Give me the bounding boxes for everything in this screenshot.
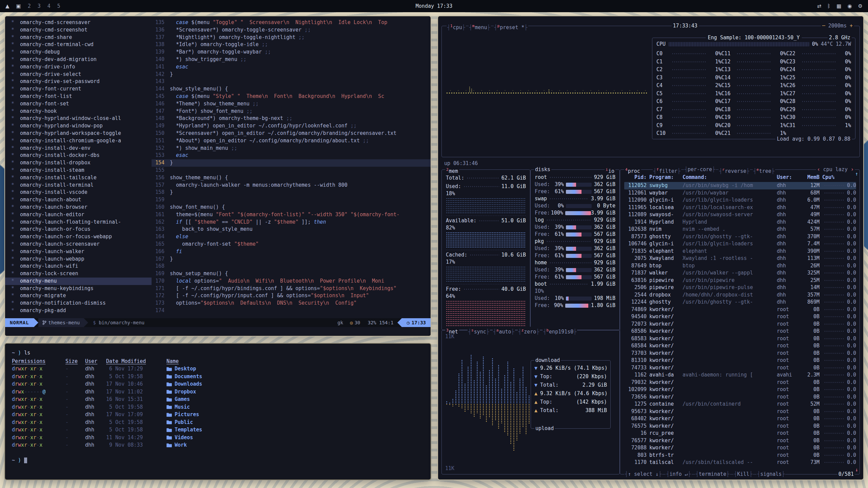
code-line[interactable]: 163 back_to show_style_menu [152, 226, 431, 233]
process-row[interactable]: 72073kworker/root0B0.0 [624, 321, 856, 328]
folder-name[interactable]: Dropbox [166, 388, 424, 396]
file-item[interactable]: *omarchy-install-steam [11, 167, 152, 174]
process-row[interactable]: 95673kworker/root0B0.0 [624, 408, 856, 415]
io-tab[interactable]: iio [605, 166, 615, 175]
code-line[interactable]: 139 *Bar*) omarchy-toggle-waybar ;; [152, 48, 431, 56]
code-line[interactable]: 143 [152, 78, 431, 85]
file-item[interactable]: *omarchy-drive-set-password [11, 78, 152, 85]
file-item[interactable]: *omarchy-launch-or-focus [11, 226, 152, 233]
file-item[interactable]: *omarchy-install-vscode [11, 189, 152, 196]
net-tab-sync[interactable]: ssync [468, 327, 490, 336]
process-row[interactable]: 87649btopbtopdhh26M0.0 [624, 262, 856, 270]
file-item[interactable]: *omarchy-install-dev-env [11, 145, 152, 152]
code-line[interactable]: 174 [152, 307, 431, 314]
proc-column-header[interactable]: MemB [800, 174, 820, 181]
process-row[interactable]: 87573ghostty/usr/bin/ghostty --gtk-dhh37… [624, 233, 856, 241]
file-item[interactable]: *omarchy-font-current [11, 85, 152, 93]
file-item[interactable]: *omarchy-install-docker-dbs [11, 152, 152, 159]
code-line[interactable]: 164 else [152, 233, 431, 241]
process-row[interactable]: 68584kworker/root0B0.0 [624, 342, 856, 350]
process-row[interactable]: 2075XwaylandXwayland :1 -rootless -dhh11… [624, 255, 856, 262]
file-item[interactable]: *omarchy-launch-floating-terminal- [11, 219, 152, 226]
code-line[interactable]: 160show_font_menu() { [152, 204, 431, 211]
process-row[interactable]: 68586kworker/root0B0.0 [624, 328, 856, 335]
code-line[interactable]: 147 *Font*) show_font_menu ;; [152, 108, 431, 115]
process-row[interactable]: 68402kworker/root0B0.0 [624, 415, 856, 423]
folder-name[interactable]: Templates [166, 426, 424, 434]
file-item[interactable]: *omarchy-cmd-share [11, 34, 152, 41]
proc-tab-reverse[interactable]: rreverse [718, 166, 750, 175]
file-item[interactable]: *omarchy-notification-dismiss [11, 300, 152, 307]
folder-name[interactable]: Public [166, 419, 424, 426]
file-item[interactable]: *omarchy-dev-add-migration [11, 56, 152, 63]
file-item[interactable]: *omarchy-launch-or-focus-webapp [11, 233, 152, 241]
code-line[interactable]: 168 [152, 263, 431, 270]
file-item[interactable]: *omarchy-cmd-screenshot [11, 26, 152, 34]
file-item[interactable]: *omarchy-font-list [11, 93, 152, 100]
process-row[interactable]: 112089swayosd-/usr/bin/swayosd-serverdhh… [624, 211, 856, 219]
process-row[interactable]: 16rcu_preeroot0B0.0 [624, 430, 856, 437]
workspace-button[interactable]: 5 [57, 3, 60, 9]
process-row[interactable]: 803btrfs-trroot0B0.0 [624, 452, 856, 459]
code-line[interactable]: 145 case $(menu "Style" " Theme\n Font\n… [152, 93, 431, 100]
folder-name[interactable]: Pictures [166, 411, 424, 419]
volume-icon[interactable]: ◉ [847, 3, 852, 9]
net-tab-auto[interactable]: aauto [493, 327, 515, 336]
tab-preset-[interactable]: ppreset * [494, 22, 528, 31]
code-line[interactable]: 157 omarchy-launch-walker -m menus:omarc… [152, 182, 431, 189]
file-item[interactable]: *omarchy-cmd-screensaver [11, 19, 152, 26]
code-line[interactable]: 146 *Theme*) show_theme_menu ;; [152, 100, 431, 108]
code-line[interactable]: 172 [ -f ~/.config/hypr/input.conf ] && … [152, 292, 431, 300]
net-tab-enp191s0[interactable]: benp191s0 [542, 327, 577, 336]
code-line[interactable]: 169show_setup_menu() { [152, 270, 431, 278]
file-item[interactable]: *omarchy-hyprland-window-close-all [11, 115, 152, 122]
bluetooth-icon[interactable]: ᛒ [827, 3, 830, 9]
code-line[interactable]: 159 [152, 196, 431, 204]
terminal-window[interactable]: ~ ) ls PermissionsSizeUserDate ModifiedN… [4, 343, 431, 480]
process-row[interactable]: 102638nvimnvim --embed .dhh57M0.0 [624, 226, 856, 233]
folder-name[interactable]: Music [166, 403, 424, 411]
file-item[interactable]: *omarchy-launch-editor [11, 211, 152, 219]
tab-cpu[interactable]: 1cpu [447, 22, 466, 31]
file-item[interactable]: *omarchy-install-chromium-google-a [11, 137, 152, 145]
proc-action-terminate[interactable]: terminate [695, 471, 730, 478]
process-row[interactable]: 2544dropbox/home/dhh/.dropbox-distdhh357… [624, 291, 856, 299]
file-item[interactable]: *omarchy-migrate [11, 292, 152, 300]
folder-name[interactable]: Work [166, 441, 424, 449]
app-grid-icon[interactable]: ▣ [16, 3, 21, 9]
folder-name[interactable]: Videos [166, 434, 424, 442]
code-line[interactable]: 158} [152, 189, 431, 196]
code-line[interactable]: 154} [152, 159, 431, 167]
code-line[interactable]: 140 *) show_trigger_menu ;; [152, 56, 431, 63]
keyboard-icon[interactable]: ▦ [836, 3, 841, 9]
code-line[interactable]: 166 fi [152, 248, 431, 256]
editor-window[interactable]: *omarchy-cmd-screensaver*omarchy-cmd-scr… [4, 16, 431, 337]
workspace-button[interactable]: 4 [47, 3, 51, 9]
code-line[interactable]: 161 theme=$(menu "Font" "$(omarchy-font-… [152, 211, 431, 219]
file-item[interactable]: *omarchy-launch-walker [11, 248, 152, 256]
file-item[interactable]: *omarchy-lock-screen [11, 270, 152, 278]
btop-window[interactable]: 1cpummenuppreset * 17:33:43 ─ 2000ms + E… [437, 16, 864, 480]
proc-sort-mode[interactable]: ‹ cpu lazy › [816, 166, 855, 173]
code-line[interactable]: 148 *Background*) omarchy-theme-bg-next … [152, 115, 431, 122]
code-line[interactable]: 153 esac [152, 152, 431, 159]
mem-box-title[interactable]: 2mem [445, 166, 459, 175]
process-row[interactable]: 112090glycin-i/usr/lib/glycin-loadersdhh… [624, 197, 856, 204]
proc-box-title[interactable]: 4proc [624, 166, 641, 175]
process-row[interactable]: 94540kworker/root0B0.0 [624, 313, 856, 321]
process-row[interactable]: 63816pipewire/usr/bin/pipewiredhh25M0.0 [624, 277, 856, 284]
screen-share-icon[interactable]: ⇄ [817, 3, 822, 9]
net-tab-zero[interactable]: zzero [518, 327, 540, 336]
process-row[interactable]: 112061waybar/usr/bin/waybardhh68M0.0 [624, 189, 856, 197]
code-line[interactable]: 144show_style_menu() { [152, 85, 431, 93]
proc-column-header[interactable]: Pid: [624, 174, 647, 181]
file-item[interactable]: *omarchy-font-set [11, 100, 152, 108]
code-line[interactable]: 150 *Screensaver*) open_in_editor ~/.con… [152, 130, 431, 137]
process-row[interactable]: 111965localsea/usr/lib/localsearch-exdhh… [624, 204, 856, 211]
code-line[interactable]: 155 [152, 167, 431, 174]
process-row[interactable]: 1162avahi-daavahi-daemon: running [avahi… [624, 371, 856, 379]
file-item[interactable]: *omarchy-debug [11, 48, 152, 56]
process-row[interactable]: 72088kworker/root0B0.0 [624, 444, 856, 452]
process-row[interactable]: 73703kworker/root0B0.0 [624, 350, 856, 357]
file-item[interactable]: *omarchy-drive-info [11, 63, 152, 71]
